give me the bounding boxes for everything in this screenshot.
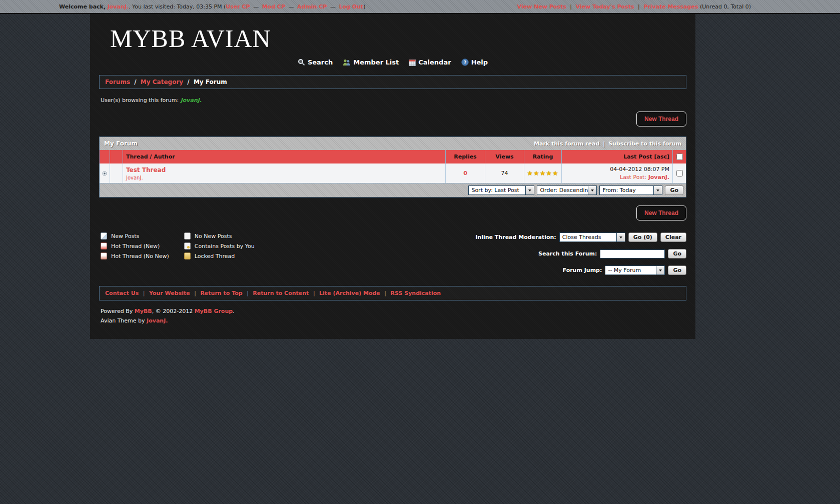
theme-credit-line: Avian Theme by JovanJ. (101, 316, 686, 326)
site-logo[interactable]: MYBB AVIAN (99, 14, 686, 52)
sort-bar: Sort by: Last Post Order: Descending Fro… (100, 183, 686, 197)
forum-jump-value: -- My Forum (605, 266, 656, 274)
your-website-link[interactable]: Your Website (149, 290, 190, 296)
order-select[interactable]: Order: Descending (537, 186, 597, 195)
search-icon (298, 58, 305, 66)
return-to-content-link[interactable]: Return to Content (253, 290, 309, 296)
inline-moderation-row: Inline Thread Moderation: Close Threads … (475, 232, 686, 242)
thread-icon-cell (110, 164, 123, 183)
breadcrumb-separator: / (187, 78, 189, 86)
mod-cp-link[interactable]: Mod CP (262, 4, 285, 10)
thread-author-link[interactable]: JovanJ. (126, 175, 143, 180)
private-messages-link[interactable]: Private Messages (643, 4, 698, 10)
header-thread-author[interactable]: Thread / Author (123, 150, 445, 164)
moderation-clear-button[interactable]: Clear (660, 232, 686, 242)
select-all-checkbox[interactable] (676, 154, 683, 160)
header-icon-col (110, 150, 123, 164)
order-value: Order: Descending (537, 186, 588, 194)
chevron-down-icon (588, 186, 596, 194)
thread-title-link[interactable]: Test Thread (126, 166, 166, 174)
breadcrumb-category-link[interactable]: My Category (141, 78, 183, 86)
forum-jump-label: Forum Jump: (563, 267, 602, 274)
table-title-bar: My Forum Mark this forum read | Subscrib… (100, 137, 686, 150)
pipe-separator: | (570, 4, 572, 10)
admin-cp-link[interactable]: Admin CP (297, 4, 327, 10)
forum-search-go-button[interactable]: Go (668, 249, 686, 258)
contact-us-link[interactable]: Contact Us (105, 290, 139, 296)
nav-menu: Search Member List Calendar ? (99, 58, 686, 66)
nav-help[interactable]: ? Help (461, 58, 488, 66)
pipe-separator: | (247, 290, 249, 296)
last-post-user-link[interactable]: JovanJ. (648, 174, 669, 180)
forum-jump-go-button[interactable]: Go (668, 266, 686, 275)
new-thread-button[interactable]: New Thread (636, 112, 686, 126)
nav-search-label: Search (308, 58, 333, 66)
rss-syndication-link[interactable]: RSS Syndication (391, 290, 441, 296)
thread-status-icon (102, 171, 107, 176)
view-todays-posts-link[interactable]: View Today's Posts (576, 4, 634, 10)
forum-jump-select[interactable]: -- My Forum (605, 266, 665, 275)
thread-legend: New Posts Hot Thread (New) Hot Thread (N… (99, 232, 255, 275)
nav-member-list[interactable]: Member List (343, 58, 399, 66)
sort-go-button[interactable]: Go (665, 186, 683, 195)
users-browsing-label: User(s) browsing this forum: (101, 97, 179, 104)
legend-hot-new-label: Hot Thread (New) (111, 243, 160, 250)
pm-counts: (Unread 0, Total 0) (700, 4, 751, 10)
subscribe-forum-link[interactable]: Subscribe to this forum (608, 140, 681, 147)
theme-author-link[interactable]: JovanJ. (147, 318, 168, 324)
forum-search-label: Search this Forum: (538, 250, 597, 257)
thread-cell: Test Thread JovanJ. (123, 164, 445, 183)
thread-select-checkbox[interactable] (676, 170, 683, 176)
rating-stars[interactable]: ★★★★★ (527, 170, 558, 177)
dash-separator: — (289, 4, 294, 10)
powered-prefix: Powered By (101, 308, 133, 314)
return-to-top-link[interactable]: Return to Top (200, 290, 242, 296)
mybb-group-link[interactable]: MyBB Group (195, 308, 233, 314)
breadcrumb-separator: / (134, 78, 136, 86)
thread-checkbox-cell (672, 164, 686, 183)
from-select[interactable]: From: Today (599, 186, 662, 195)
inline-moderation-select[interactable]: Close Threads (559, 232, 625, 242)
log-out-link[interactable]: Log Out (339, 4, 363, 10)
user-cp-link[interactable]: User CP (226, 4, 250, 10)
sort-by-value: Sort by: Last Post (469, 186, 525, 194)
header-views[interactable]: Views (485, 150, 524, 164)
legend-hot-no-new-label: Hot Thread (No New) (111, 253, 169, 260)
pipe-separator: | (194, 290, 196, 296)
last-post-link[interactable]: Last Post: (620, 174, 646, 180)
legend-contains-posts: Contains Posts by You (184, 242, 255, 250)
legend-locked-thread: Locked Thread (184, 252, 255, 260)
moderation-panel: Inline Thread Moderation: Close Threads … (475, 232, 686, 275)
header-rating[interactable]: Rating (524, 150, 561, 164)
users-browsing: User(s) browsing this forum: JovanJ. (101, 97, 686, 104)
browsing-user-link[interactable]: JovanJ. (181, 97, 202, 104)
new-thread-button-bottom[interactable]: New Thread (636, 206, 686, 220)
breadcrumb-forums-link[interactable]: Forums (105, 78, 130, 86)
sort-by-select[interactable]: Sort by: Last Post (468, 186, 534, 195)
nav-member-list-label: Member List (353, 58, 399, 66)
pipe-separator: | (313, 290, 315, 296)
mybb-link[interactable]: MyBB (135, 308, 152, 314)
forum-search-input[interactable] (600, 250, 665, 258)
forum-title: My Forum (104, 140, 138, 147)
thread-status-cell (100, 164, 110, 183)
replies-count-link[interactable]: 0 (463, 170, 467, 176)
header-replies[interactable]: Replies (445, 150, 485, 164)
chevron-down-icon (616, 233, 625, 242)
moderation-go-button[interactable]: Go (0) (628, 232, 657, 242)
header-last-post[interactable]: Last Post [asc] (561, 150, 672, 164)
forum-thread-table: My Forum Mark this forum read | Subscrib… (99, 136, 686, 198)
pipe-separator: | (638, 4, 640, 10)
username-link[interactable]: JovanJ. (108, 4, 129, 10)
member-list-icon (343, 59, 351, 66)
chevron-down-icon (656, 266, 664, 274)
lite-mode-link[interactable]: Lite (Archive) Mode (319, 290, 380, 296)
welcome-prefix: Welcome back, (59, 4, 106, 10)
view-new-posts-link[interactable]: View New Posts (517, 4, 566, 10)
legend-new-posts-label: New Posts (111, 233, 139, 240)
thread-row: Test Thread JovanJ. 0 74 ★★★★★ 04-04-201… (100, 164, 686, 183)
nav-search[interactable]: Search (298, 58, 333, 66)
mark-forum-read-link[interactable]: Mark this forum read (534, 140, 599, 147)
nav-calendar[interactable]: Calendar (409, 58, 451, 66)
nav-calendar-label: Calendar (418, 58, 451, 66)
